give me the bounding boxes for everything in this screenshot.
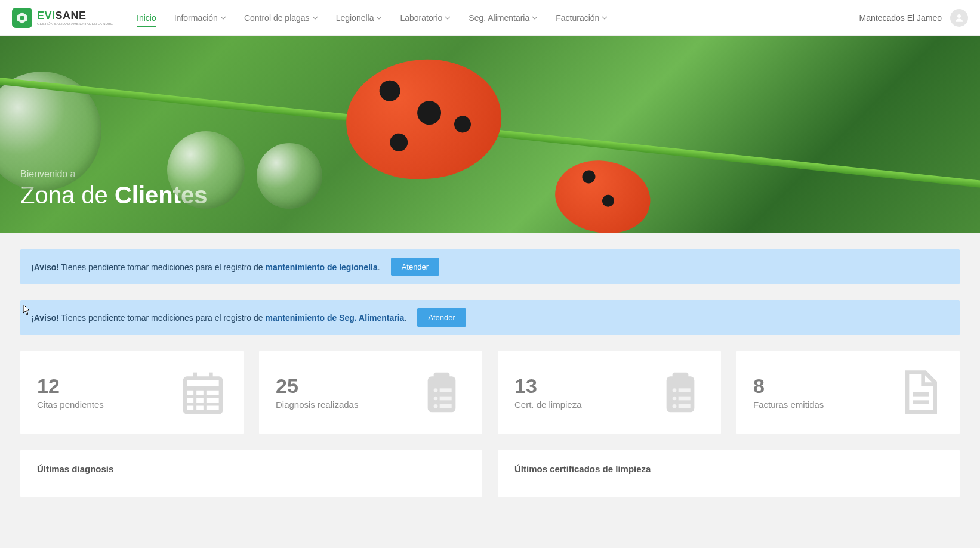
svg-point-2 bbox=[957, 14, 961, 18]
alert-body: Tienes pendiente tomar mediciones para e… bbox=[59, 262, 266, 272]
svg-rect-18 bbox=[440, 404, 452, 408]
chevron-down-icon bbox=[602, 15, 608, 21]
alert-suffix: . bbox=[378, 262, 380, 272]
nav-item-facturacion[interactable]: Facturación bbox=[556, 2, 608, 33]
stat-value: 12 bbox=[37, 376, 104, 396]
decor-droplet bbox=[167, 131, 245, 209]
stat-label: Cert. de limpieza bbox=[514, 400, 582, 410]
decor-ladybug bbox=[550, 153, 656, 233]
main-nav: Inicio Información Control de plagas Leg… bbox=[137, 2, 859, 33]
chevron-down-icon bbox=[532, 15, 538, 21]
alert-topic: mantenimiento de legionella bbox=[265, 262, 377, 272]
alert-legionella: ¡Aviso! Tienes pendiente tomar medicione… bbox=[20, 249, 960, 284]
svg-rect-22 bbox=[679, 388, 691, 392]
brand-name-green: EVI bbox=[37, 10, 56, 21]
nav-item-control-plagas[interactable]: Control de plagas bbox=[244, 2, 318, 33]
nav-label: Control de plagas bbox=[244, 13, 310, 23]
svg-rect-26 bbox=[679, 404, 691, 408]
svg-rect-16 bbox=[440, 397, 452, 401]
nav-label: Legionella bbox=[336, 13, 374, 23]
attend-button[interactable]: Atender bbox=[391, 258, 440, 276]
brand-logo[interactable]: EVISANE GESTIÓN SANIDAD AMBIENTAL EN LA … bbox=[12, 8, 113, 28]
nav-item-informacion[interactable]: Información bbox=[174, 2, 226, 33]
chevron-down-icon bbox=[312, 15, 318, 21]
stat-card-diagnosis[interactable]: 25 Diagnosis realizadas bbox=[259, 351, 482, 434]
brand-tagline: GESTIÓN SANIDAD AMBIENTAL EN LA NUBE bbox=[37, 22, 113, 26]
svg-rect-20 bbox=[673, 373, 689, 380]
calendar-icon bbox=[179, 369, 227, 416]
nav-label: Facturación bbox=[556, 13, 599, 23]
stat-label: Citas pendientes bbox=[37, 400, 104, 410]
nav-item-legionella[interactable]: Legionella bbox=[336, 2, 383, 33]
svg-rect-14 bbox=[440, 388, 452, 392]
nav-label: Información bbox=[174, 13, 218, 23]
panel-title: Últimos certificados de limpieza bbox=[514, 464, 943, 474]
nav-item-seg-alimentaria[interactable]: Seg. Alimentaria bbox=[469, 2, 538, 33]
panel-ultimos-certificados: Últimos certificados de limpieza bbox=[498, 450, 960, 497]
panel-title: Últimas diagnosis bbox=[37, 464, 466, 474]
top-header: EVISANE GESTIÓN SANIDAD AMBIENTAL EN LA … bbox=[0, 0, 980, 36]
nav-label: Seg. Alimentaria bbox=[469, 13, 529, 23]
chevron-down-icon bbox=[220, 15, 226, 21]
alert-body: Tienes pendiente tomar mediciones para e… bbox=[59, 313, 266, 323]
panels-row: Últimas diagnosis Últimos certificados d… bbox=[20, 450, 960, 497]
brand-mark-icon bbox=[12, 8, 32, 28]
document-icon bbox=[895, 369, 943, 416]
nav-item-laboratorio[interactable]: Laboratorio bbox=[400, 2, 451, 33]
main-content: ¡Aviso! Tienes pendiente tomar medicione… bbox=[0, 233, 980, 514]
user-name[interactable]: Mantecados El Jameo bbox=[859, 13, 942, 23]
stat-card-citas[interactable]: 12 Citas pendientes bbox=[20, 351, 244, 434]
svg-point-17 bbox=[434, 404, 438, 408]
stat-label: Facturas emitidas bbox=[753, 400, 824, 410]
brand-name-dark: SANE bbox=[56, 10, 87, 21]
nav-label: Laboratorio bbox=[400, 13, 442, 23]
attend-button[interactable]: Atender bbox=[417, 308, 466, 327]
alert-suffix: . bbox=[404, 313, 406, 323]
stats-row: 12 Citas pendientes 25 Diagnosis realiza… bbox=[20, 351, 960, 434]
chevron-down-icon bbox=[376, 15, 382, 21]
stat-value: 13 bbox=[514, 376, 582, 396]
decor-ladybug bbox=[341, 53, 506, 185]
stat-value: 25 bbox=[276, 376, 358, 396]
svg-point-15 bbox=[434, 397, 438, 401]
svg-point-23 bbox=[673, 397, 677, 401]
alert-text: ¡Aviso! Tienes pendiente tomar medicione… bbox=[31, 262, 380, 272]
hero-banner: Bienvenido a Zona de Clientes bbox=[0, 36, 980, 233]
decor-droplet bbox=[257, 143, 322, 209]
chevron-down-icon bbox=[445, 15, 451, 21]
alert-prefix: ¡Aviso! bbox=[31, 262, 59, 272]
stat-label: Diagnosis realizadas bbox=[276, 400, 358, 410]
alert-topic: mantenimiento de Seg. Alimentaria bbox=[265, 313, 404, 323]
brand-text: EVISANE GESTIÓN SANIDAD AMBIENTAL EN LA … bbox=[37, 10, 113, 26]
svg-point-21 bbox=[673, 388, 677, 392]
avatar[interactable] bbox=[950, 9, 968, 27]
person-icon bbox=[954, 13, 964, 23]
nav-item-inicio[interactable]: Inicio bbox=[137, 2, 156, 33]
alert-seg-alimentaria: ¡Aviso! Tienes pendiente tomar medicione… bbox=[20, 300, 960, 335]
svg-point-13 bbox=[434, 388, 438, 392]
svg-rect-24 bbox=[679, 397, 691, 401]
svg-point-25 bbox=[673, 404, 677, 408]
stat-card-facturas[interactable]: 8 Facturas emitidas bbox=[736, 351, 960, 434]
user-area: Mantecados El Jameo bbox=[859, 9, 968, 27]
clipboard-list-icon bbox=[657, 369, 704, 416]
clipboard-list-icon bbox=[418, 369, 466, 416]
svg-rect-12 bbox=[434, 373, 450, 380]
stat-card-cert-limpieza[interactable]: 13 Cert. de limpieza bbox=[498, 351, 721, 434]
stat-value: 8 bbox=[753, 376, 824, 396]
alert-prefix: ¡Aviso! bbox=[31, 313, 59, 323]
svg-point-1 bbox=[20, 16, 24, 20]
nav-label: Inicio bbox=[137, 13, 156, 23]
alert-text: ¡Aviso! Tienes pendiente tomar medicione… bbox=[31, 313, 406, 323]
panel-ultimas-diagnosis: Últimas diagnosis bbox=[20, 450, 482, 497]
